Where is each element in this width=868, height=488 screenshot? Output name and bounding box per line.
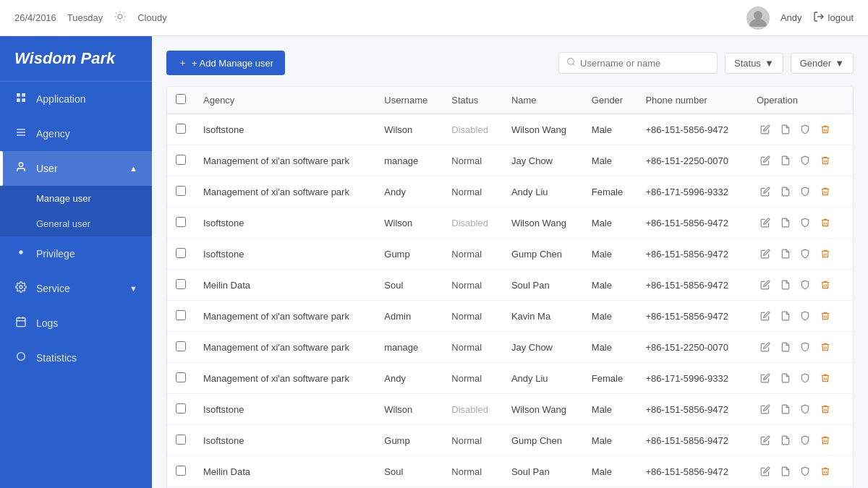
- delete-button[interactable]: [817, 214, 834, 231]
- header-operation: Operation: [748, 87, 853, 114]
- row-checkbox-1[interactable]: [176, 155, 186, 165]
- search-input[interactable]: [580, 58, 710, 69]
- cell-agency: Management of xi'an software park: [195, 301, 375, 332]
- shield-button[interactable]: [796, 432, 814, 449]
- row-checkbox-10[interactable]: [176, 435, 186, 445]
- view-button[interactable]: [777, 276, 794, 294]
- view-button[interactable]: [777, 432, 794, 449]
- view-button[interactable]: [777, 401, 794, 418]
- delete-button[interactable]: [817, 245, 834, 262]
- shield-button[interactable]: [796, 401, 814, 418]
- edit-button[interactable]: [757, 183, 774, 200]
- view-button[interactable]: [777, 369, 794, 387]
- view-button[interactable]: [777, 121, 794, 138]
- table-row: Management of xi'an software park Andy N…: [167, 176, 853, 207]
- row-checkbox-9[interactable]: [176, 403, 186, 414]
- row-checkbox-5[interactable]: [176, 279, 186, 289]
- view-button[interactable]: [777, 152, 794, 169]
- shield-button[interactable]: [796, 183, 814, 200]
- view-button[interactable]: [777, 245, 794, 262]
- row-checkbox-3[interactable]: [176, 217, 186, 227]
- edit-button[interactable]: [757, 432, 774, 449]
- delete-button[interactable]: [817, 432, 834, 449]
- edit-button[interactable]: [757, 463, 774, 480]
- view-button[interactable]: [777, 183, 794, 200]
- sub-nav-user: Manage user General user: [0, 186, 152, 236]
- table-row: Meilin Data Soul Normal Soul Pan Male +8…: [167, 456, 853, 487]
- sidebar-item-service[interactable]: Service ▼: [0, 271, 152, 306]
- shield-button[interactable]: [796, 245, 814, 262]
- cell-gender: Male: [583, 301, 637, 332]
- sidebar-item-application[interactable]: Application: [0, 82, 152, 116]
- delete-button[interactable]: [817, 338, 834, 356]
- cell-phone: +86-151-5856-9472: [637, 239, 748, 270]
- delete-button[interactable]: [817, 152, 834, 169]
- cell-status: Normal: [443, 456, 503, 487]
- edit-button[interactable]: [757, 276, 774, 294]
- row-checkbox-6[interactable]: [176, 310, 186, 320]
- edit-button[interactable]: [757, 214, 774, 231]
- view-button[interactable]: [777, 463, 794, 480]
- edit-button[interactable]: [757, 152, 774, 169]
- cell-agency: Management of xi'an software park: [195, 363, 375, 394]
- row-checkbox-8[interactable]: [176, 372, 186, 382]
- search-box[interactable]: [558, 52, 718, 74]
- sidebar-item-user[interactable]: User ▲: [0, 151, 152, 186]
- edit-button[interactable]: [757, 401, 774, 418]
- delete-button[interactable]: [817, 121, 834, 138]
- row-checkbox-4[interactable]: [176, 248, 186, 258]
- shield-button[interactable]: [796, 463, 814, 480]
- view-button[interactable]: [777, 214, 794, 231]
- row-checkbox-11[interactable]: [176, 466, 186, 476]
- edit-button[interactable]: [757, 245, 774, 262]
- sidebar-item-statistics[interactable]: Statistics: [0, 341, 152, 375]
- status-filter-button[interactable]: Status ▼: [725, 53, 783, 74]
- edit-button[interactable]: [757, 307, 774, 325]
- sidebar-item-logs[interactable]: Logs: [0, 306, 152, 341]
- row-checkbox-7[interactable]: [176, 341, 186, 351]
- avatar: [746, 7, 770, 30]
- delete-button[interactable]: [817, 369, 834, 387]
- cell-name: Kavin Ma: [503, 301, 583, 332]
- delete-button[interactable]: [817, 307, 834, 325]
- shield-button[interactable]: [796, 338, 814, 356]
- header-agency: Agency: [195, 87, 375, 114]
- sidebar-item-manage-user[interactable]: Manage user: [0, 186, 152, 211]
- cell-phone: +86-171-5996-9332: [637, 363, 748, 394]
- delete-button[interactable]: [817, 183, 834, 200]
- row-checkbox-2[interactable]: [176, 186, 186, 196]
- gender-filter-button[interactable]: Gender ▼: [791, 53, 854, 74]
- gender-filter-label: Gender: [800, 58, 831, 69]
- cell-operation: [748, 332, 853, 363]
- user-icon: [14, 161, 27, 176]
- row-checkbox-0[interactable]: [176, 124, 186, 134]
- cell-phone: +86-171-5996-9332: [637, 176, 748, 207]
- row-checkbox-cell: [167, 456, 195, 487]
- sidebar-item-privilege[interactable]: Privilege: [0, 236, 152, 271]
- add-manage-user-button[interactable]: ＋ + Add Manage user: [166, 51, 285, 75]
- cell-operation: [748, 456, 853, 487]
- shield-button[interactable]: [796, 121, 814, 138]
- cell-gender: Male: [583, 394, 637, 425]
- sidebar-item-agency[interactable]: Agency: [0, 116, 152, 151]
- shield-button[interactable]: [796, 214, 814, 231]
- delete-button[interactable]: [817, 463, 834, 480]
- edit-button[interactable]: [757, 338, 774, 356]
- weather-label: Cloudy: [137, 12, 166, 23]
- logout-button[interactable]: logout: [813, 11, 854, 25]
- view-button[interactable]: [777, 307, 794, 325]
- shield-button[interactable]: [796, 276, 814, 294]
- delete-button[interactable]: [817, 276, 834, 294]
- sidebar-item-general-user[interactable]: General user: [0, 211, 152, 236]
- edit-button[interactable]: [757, 369, 774, 387]
- table-row: Management of xi'an software park manage…: [167, 332, 853, 363]
- select-all-checkbox[interactable]: [176, 94, 186, 104]
- edit-button[interactable]: [757, 121, 774, 138]
- logout-label: logout: [828, 12, 854, 23]
- shield-button[interactable]: [796, 369, 814, 387]
- shield-button[interactable]: [796, 307, 814, 325]
- delete-button[interactable]: [817, 401, 834, 418]
- cell-status: Disabled: [443, 394, 503, 425]
- shield-button[interactable]: [796, 152, 814, 169]
- view-button[interactable]: [777, 338, 794, 356]
